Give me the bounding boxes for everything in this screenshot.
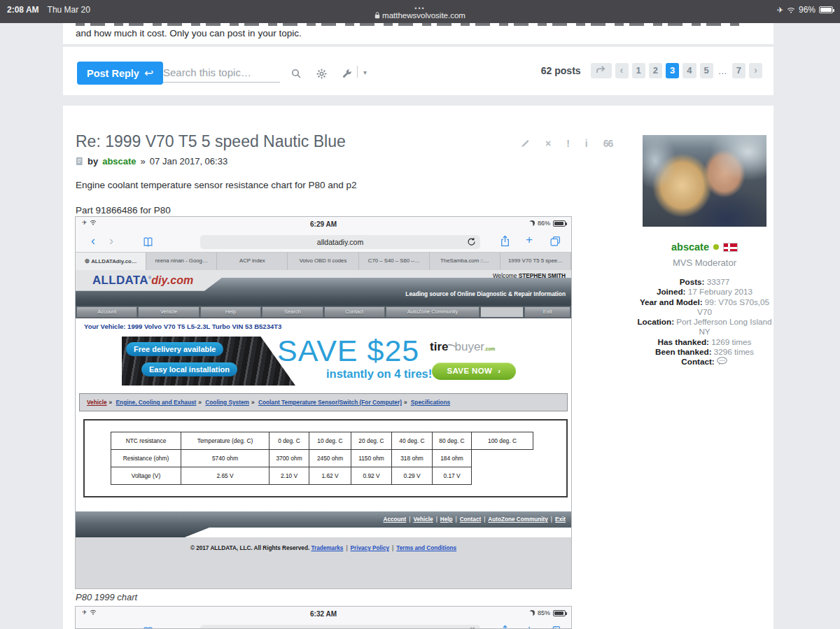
post-author-link[interactable]: abscate (102, 156, 136, 167)
new-tab-icon: + (526, 623, 533, 629)
alldata-tagline: Leading source of Online Diagnostic & Re… (405, 290, 566, 297)
shot2-status-bar: ✈ 6:32 AM 85% (76, 607, 571, 622)
browser-tab: ACP index (217, 253, 288, 270)
shot2-time: 6:32 AM (76, 610, 571, 618)
save-now-button: SAVE NOW› (432, 362, 516, 380)
battery-icon (553, 610, 566, 616)
breadcrumb-cooling: Cooling System (205, 399, 249, 406)
tirebuyer-logo: tirebuyer.com (430, 340, 495, 354)
post-body-line1: Engine coolant temperature sensor resist… (76, 180, 357, 190)
prev-page-button[interactable]: ‹ (615, 63, 629, 78)
quote-icon[interactable]: 66 (603, 138, 613, 149)
username-link[interactable]: abscate (671, 241, 709, 253)
page-button-7[interactable]: 7 (732, 63, 746, 78)
table-row: Resistance (ohm)5740 ohm3700 ohm2450 ohm… (111, 450, 533, 467)
report-icon[interactable]: ! (566, 138, 570, 149)
nav-help: Help (200, 306, 261, 318)
browser-tab: TheSamba.com ::… (430, 253, 500, 270)
shot1-battery-percent: 86% (538, 220, 550, 227)
profile-fields: Posts: 33377 Joined: 17 February 2013 Ye… (636, 277, 774, 367)
author-profile-sidebar: abscate MVS Moderator Posts: 33377 Joine… (636, 106, 774, 367)
shot1-tab-bar: ⊗ALLDATAdiy.co… reena ninan - Goog… ACP … (76, 253, 571, 270)
new-tab-icon: + (526, 233, 533, 247)
field-joined: Joined: 17 February 2013 (637, 287, 772, 297)
denmark-flag-icon (723, 243, 738, 252)
nav-search: Search (262, 306, 323, 318)
page-button-4[interactable]: 4 (682, 63, 696, 78)
page-button-5[interactable]: 5 (700, 63, 713, 78)
attached-screenshot-alldatadiy[interactable]: ✈ 6:29 AM 86% ‹ › alldatadiy.com + ⊗ALLD… (75, 216, 572, 589)
back-icon: ‹ (91, 623, 95, 629)
next-page-button[interactable]: › (749, 63, 762, 78)
ad-subline: instantly on 4 tires! (326, 367, 432, 381)
nav-exit: Exit (524, 306, 570, 318)
search-icon[interactable] (291, 69, 302, 79)
link-trademarks: Trademarks (311, 545, 343, 551)
breadcrumb-sensor: Coolant Temperature Sensor/Switch (For C… (258, 399, 402, 406)
dnd-moon-icon (529, 220, 535, 226)
delete-icon[interactable]: × (545, 138, 551, 149)
forum-page: { "status_bar": { "time": "2:08 AM", "da… (0, 0, 840, 629)
topic-toolbar: Post Reply↩ ▾ 62 posts ‹ 1 2 3 4 5 … 7 › (63, 47, 774, 95)
browser-tab: reena ninan - Goog… (146, 253, 217, 270)
address-domain[interactable]: matthewsvolvosite.com (0, 11, 840, 20)
battery-icon (553, 220, 566, 227)
shot2-battery-percent: 85% (538, 609, 550, 616)
gear-icon[interactable] (316, 69, 327, 79)
footer-links: Account|Vehicle|Help|Contact|AutoZone Co… (384, 516, 566, 523)
jump-to-page-button[interactable] (591, 63, 612, 78)
post-body-line2: Part 91866486 for P80 (76, 205, 171, 215)
page-ellipsis: … (717, 66, 729, 76)
nav-autozone-community: AutoZone Community (386, 306, 479, 318)
alldata-logo: ALLDATA®diy.com (92, 274, 193, 288)
by-label: by (88, 156, 98, 167)
shot1-time: 6:29 AM (76, 220, 571, 228)
post-action-icons: × ! i 66 (520, 138, 612, 149)
post-title: Re: 1999 V70 T5 5 speed Nautic Blue (76, 132, 346, 151)
copyright-text: © 2017 ALLDATA, LLC. All Rights Reserved… (190, 545, 309, 551)
shot1-status-bar: ✈ 6:29 AM 86% (76, 217, 571, 232)
edit-pencil-icon[interactable] (520, 139, 530, 148)
wrench-icon[interactable] (342, 69, 352, 79)
image-caption: P80 1999 chart (76, 592, 137, 602)
post-card: Re: 1999 V70 T5 5 speed Nautic Blue × ! … (63, 106, 774, 629)
page-button-2[interactable]: 2 (649, 63, 662, 78)
ad-pill-delivery: Free delivery available (126, 342, 223, 356)
previous-post-text: and how much it cost. Only you can post … (76, 28, 302, 38)
forward-icon: › (109, 234, 113, 248)
alldata-nav-bar: Account Vehicle Help Search Contact Auto… (76, 306, 571, 318)
nav-vehicle: Vehicle (138, 306, 199, 318)
avatar (643, 135, 766, 227)
tab-close-icon: ⊗ (85, 257, 90, 264)
reload-icon (467, 237, 476, 246)
page-button-1[interactable]: 1 (632, 63, 645, 78)
post-page-icon (76, 157, 83, 166)
post-reply-button[interactable]: Post Reply↩ (77, 62, 163, 85)
browser-tab: 1999 V70 T5 5 spee… (500, 253, 571, 270)
page-button-3-active[interactable]: 3 (666, 63, 679, 78)
breadcrumb-engine: Engine, Cooling and Exhaust (116, 399, 197, 406)
search-topic-input[interactable] (163, 63, 280, 83)
attached-screenshot-aboutblank[interactable]: ✈ 6:32 AM 85% ‹ › about:blank + (75, 606, 572, 629)
battery-icon (819, 6, 833, 13)
url-field: alldatadiy.com (200, 235, 480, 249)
reply-arrow-icon: ↩ (144, 67, 153, 79)
tabs-icon (550, 626, 561, 629)
link-privacy: Privacy Policy (351, 545, 390, 551)
info-icon[interactable]: i (585, 138, 588, 149)
previous-post-strip: and how much it cost. Only you can post … (63, 23, 774, 44)
bookmarks-icon (143, 236, 153, 247)
bookmarks-icon (143, 626, 153, 629)
contact-bubble-icon[interactable] (716, 357, 728, 366)
browser-tab: Volvo OBD II codes (288, 253, 358, 270)
airplane-mode-icon: ✈ (777, 6, 783, 14)
posts-count: 62 posts (541, 65, 581, 76)
ad-pill-install: Easy local installation (141, 362, 237, 376)
tabs-icon (550, 236, 561, 246)
your-vehicle-line: Your Vehicle: 1999 Volvo V70 T5 L5-2.3L … (76, 318, 571, 335)
alldata-footer-band: Account|Vehicle|Help|Contact|AutoZone Co… (76, 511, 571, 537)
byline-separator: » (141, 156, 146, 167)
field-contact: Contact: (637, 357, 772, 367)
nav-contact: Contact (324, 306, 385, 318)
tools-caret-icon[interactable]: ▾ (363, 69, 367, 76)
